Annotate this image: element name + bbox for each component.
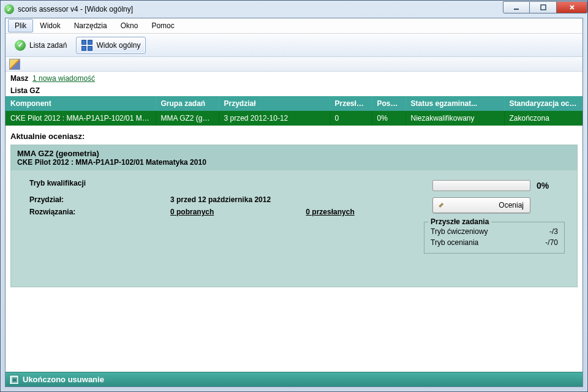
panel-title: MMA GZ2 (geometria) [17, 149, 571, 158]
toolbar-widok-ogolny-label: Widok ogólny [96, 41, 140, 50]
grid-icon [81, 40, 92, 51]
th-postep[interactable]: Postęp [372, 96, 405, 111]
close-button[interactable] [557, 1, 587, 13]
client-area: Plik Widok Narzędzia Okno Pomoc Lista za… [5, 18, 583, 387]
future-row-2-value: -/70 [545, 238, 558, 247]
th-przydzial[interactable]: Przydział [219, 96, 330, 111]
cell-standaryzacja: Zakończona [504, 111, 582, 126]
przydzial-value: 3 przed 12 października 2012 [170, 195, 271, 204]
menu-widok[interactable]: Widok [33, 19, 67, 32]
th-status[interactable]: Status egzaminat... [405, 96, 504, 111]
sub-toolbar [6, 57, 582, 72]
table-row[interactable]: CKE Pilot 2012 : MMA-P1A1P-102/01 Matema… [6, 111, 582, 126]
app-icon [4, 4, 14, 14]
th-standaryzacja[interactable]: Standaryzacja oceniania [504, 96, 582, 111]
przydzial-label: Przydział: [29, 195, 170, 204]
current-panel: MMA GZ2 (geometria) CKE Pilot 2012 : MMA… [10, 145, 578, 287]
oceniaj-button[interactable]: Oceniaj [432, 197, 530, 213]
maximize-button[interactable] [530, 1, 557, 13]
future-row-2: Tryb oceniania -/70 [431, 237, 558, 248]
svg-rect-0 [514, 9, 519, 10]
toolbar: Lista zadań Widok ogólny [6, 34, 582, 57]
toolbar-lista-zadan[interactable]: Lista zadań [9, 37, 72, 54]
panel-subtitle: CKE Pilot 2012 : MMA-P1A1P-102/01 Matema… [17, 158, 571, 167]
cell-przeslane: 0 [330, 111, 372, 126]
status-text: Ukończono usuwanie [23, 375, 104, 384]
statusbar: ▣ Ukończono usuwanie [6, 372, 582, 386]
future-row-1: Tryb ćwiczeniowy -/3 [431, 226, 558, 237]
menu-narzedzia[interactable]: Narzędzia [67, 19, 114, 32]
panel-head: MMA GZ2 (geometria) CKE Pilot 2012 : MMA… [11, 145, 577, 170]
checkmark-icon [15, 40, 26, 51]
message-row: Masz 1 nowa wiadomość [6, 72, 582, 85]
cell-grupa-zadan: MMA GZ2 (geom... [156, 111, 219, 126]
future-row-1-label: Tryb ćwiczeniowy [431, 227, 488, 236]
future-row-2-label: Tryb oceniania [431, 238, 478, 247]
list-title: Lista GZ [6, 85, 582, 96]
menu-pomoc[interactable]: Pomoc [145, 19, 181, 32]
progress-bar [432, 180, 530, 191]
minimize-icon [513, 4, 520, 11]
pencil-color-icon [437, 200, 447, 210]
status-icon: ▣ [9, 375, 19, 385]
progress: 0% [432, 180, 567, 191]
cell-status: Niezakwalifikowany [405, 111, 504, 126]
window-controls [503, 1, 587, 13]
titlebar-left: scoris assessor v4 - [Widok ogólny] [4, 4, 133, 14]
cell-postep: 0% [372, 111, 405, 126]
pencil-icon[interactable] [9, 59, 20, 70]
window-title: scoris assessor v4 - [Widok ogólny] [18, 5, 133, 13]
pobranych-link[interactable]: 0 pobranych [170, 208, 214, 216]
gz-table: Komponent Grupa zadań Przydział Przesłan… [6, 96, 582, 126]
right-column: 0% Oceniaj Przyszłe zadania Tryb ćwiczen… [432, 180, 567, 254]
th-przeslane[interactable]: Przesłane [330, 96, 372, 111]
minimize-button[interactable] [503, 1, 530, 13]
toolbar-widok-ogolny[interactable]: Widok ogólny [76, 37, 146, 54]
future-box: Przyszłe zadania Tryb ćwiczeniowy -/3 Tr… [424, 222, 565, 254]
menu-okno[interactable]: Okno [114, 19, 145, 32]
th-komponent[interactable]: Komponent [6, 96, 156, 111]
svg-rect-1 [541, 5, 546, 10]
message-link[interactable]: 1 nowa wiadomość [32, 74, 95, 83]
titlebar: scoris assessor v4 - [Widok ogólny] [1, 1, 587, 18]
panel-body: Tryb kwalifikacji Przydział: 3 przed 12 … [11, 170, 577, 287]
spacer [6, 287, 582, 372]
maximize-icon [540, 4, 547, 11]
menu-plik[interactable]: Plik [8, 19, 33, 32]
future-title: Przyszłe zadania [428, 217, 491, 226]
current-section-title: Aktualnie oceniasz: [6, 126, 582, 145]
toolbar-lista-zadan-label: Lista zadań [29, 41, 67, 50]
progress-value: 0% [537, 181, 549, 190]
panel-wrap: MMA GZ2 (geometria) CKE Pilot 2012 : MMA… [10, 145, 578, 287]
app-window: scoris assessor v4 - [Widok ogólny] Plik… [0, 0, 588, 392]
rozwiazania-label: Rozwiązania: [29, 208, 170, 216]
oceniaj-label: Oceniaj [499, 201, 524, 209]
cell-przydzial: 3 przed 2012-10-12 [219, 111, 330, 126]
menubar: Plik Widok Narzędzia Okno Pomoc [6, 18, 582, 34]
close-icon [568, 4, 576, 11]
table-header-row: Komponent Grupa zadań Przydział Przesłan… [6, 96, 582, 111]
cell-komponent: CKE Pilot 2012 : MMA-P1A1P-102/01 Matema… [6, 111, 156, 126]
message-prefix: Masz [10, 74, 28, 83]
przeslanych-link[interactable]: 0 przesłanych [306, 208, 354, 216]
future-row-1-value: -/3 [549, 227, 558, 236]
th-grupa-zadan[interactable]: Grupa zadań [156, 96, 219, 111]
